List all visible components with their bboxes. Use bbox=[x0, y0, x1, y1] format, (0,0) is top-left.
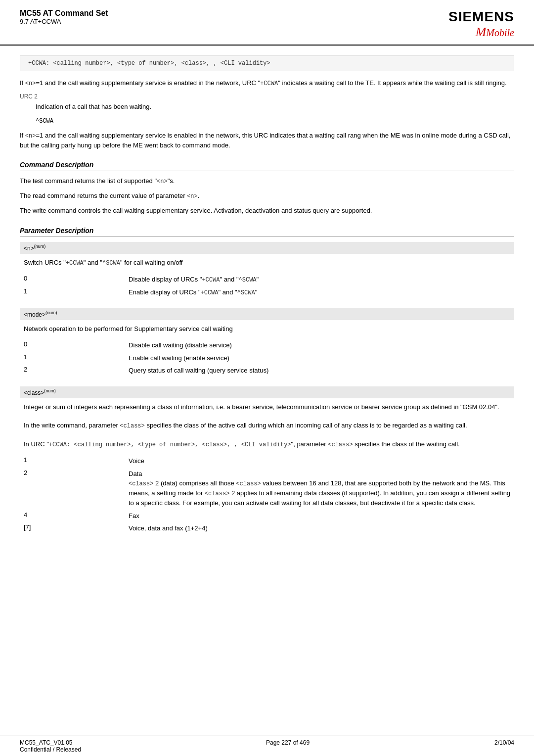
urc2-para: If <n>=1 and the call waiting supplement… bbox=[20, 131, 514, 150]
n-code-inline: <n> bbox=[25, 80, 36, 87]
n-param-section: <n>(num) Switch URCs "+CCWA" and "^SCWA"… bbox=[20, 242, 514, 297]
class-val-1-desc: Voice bbox=[129, 456, 514, 466]
header-title-block: MC55 AT Command Set 9.7 AT+CCWA bbox=[20, 9, 108, 25]
mode-val-0-desc: Disable call waiting (disable service) bbox=[129, 340, 514, 350]
n-val-0: 0 bbox=[20, 275, 129, 284]
page-header: MC55 AT Command Set 9.7 AT+CCWA SIEMENS … bbox=[0, 0, 534, 46]
logo-block: SIEMENS MMobile bbox=[448, 9, 514, 40]
urc1-code-block: +CCWA: <calling number>, <type of number… bbox=[20, 55, 514, 71]
page-footer: MC55_ATC_V01.05 Confidential / Released … bbox=[0, 736, 534, 756]
mode-param-section: <mode>(num) Network operation to be perf… bbox=[20, 308, 514, 376]
siemens-logo: SIEMENS bbox=[448, 9, 514, 25]
mode-val-1: 1 bbox=[20, 353, 129, 363]
class-para3: In URC "+CCWA: <calling number>, <type o… bbox=[20, 437, 514, 451]
param-desc-heading: Parameter Description bbox=[20, 227, 514, 237]
urc2-desc: Indication of a call that has been waiti… bbox=[20, 102, 514, 112]
mode-val-2-desc: Query status of call waiting (query serv… bbox=[129, 366, 514, 376]
cmd-desc-para1: The test command returns the list of sup… bbox=[20, 176, 514, 186]
class-param-section: <class>(num) Integer or sum of integers … bbox=[20, 386, 514, 533]
mobile-logo: MMobile bbox=[448, 25, 514, 40]
footer-doc-id: MC55_ATC_V01.05 bbox=[20, 739, 81, 746]
n-val-0-desc: Disable display of URCs "+CCWA" and "^SC… bbox=[129, 275, 514, 284]
urc1-code-text: +CCWA: <calling number>, <type of number… bbox=[28, 60, 270, 67]
class-val-4-row: 4 Fax bbox=[20, 511, 514, 521]
n-val-0-row: 0 Disable display of URCs "+CCWA" and "^… bbox=[20, 275, 514, 284]
class-para2: In the write command, parameter <class> … bbox=[20, 419, 514, 432]
footer-page-number: Page 227 of 469 bbox=[266, 739, 310, 753]
class-param-header: <class>(num) bbox=[20, 386, 514, 398]
class-val-4: 4 bbox=[20, 511, 129, 521]
doc-title: MC55 AT Command Set bbox=[20, 9, 108, 18]
mode-val-2-row: 2 Query status of call waiting (query se… bbox=[20, 366, 514, 376]
cmd-desc-para2: The read command returns the current val… bbox=[20, 191, 514, 201]
footer-left: MC55_ATC_V01.05 Confidential / Released bbox=[20, 739, 81, 753]
footer-confidential: Confidential / Released bbox=[20, 746, 81, 753]
n-param-desc: Switch URCs "+CCWA" and "^SCWA" for call… bbox=[20, 256, 514, 270]
urc2-label: URC 2 bbox=[20, 93, 514, 100]
class-val-7-desc: Voice, data and fax (1+2+4) bbox=[129, 523, 514, 533]
mode-param-header: <mode>(num) bbox=[20, 308, 514, 320]
mode-val-2: 2 bbox=[20, 366, 129, 376]
class-val-4-desc: Fax bbox=[129, 511, 514, 521]
footer-of: of bbox=[293, 739, 298, 746]
class-val-1-row: 1 Voice bbox=[20, 456, 514, 466]
cmd-desc-para3: The write command controls the call wait… bbox=[20, 206, 514, 216]
mode-val-0-row: 0 Disable call waiting (disable service) bbox=[20, 340, 514, 350]
doc-subtitle: 9.7 AT+CCWA bbox=[20, 18, 108, 25]
n-val-1-desc: Enable display of URCs "+CCWA" and "^SCW… bbox=[129, 287, 514, 297]
main-content: +CCWA: <calling number>, <type of number… bbox=[0, 46, 534, 546]
mode-val-1-desc: Enable call waiting (enable service) bbox=[129, 353, 514, 363]
class-val-7-row: [7] Voice, data and fax (1+2+4) bbox=[20, 523, 514, 533]
n-val-1-row: 1 Enable display of URCs "+CCWA" and "^S… bbox=[20, 287, 514, 297]
class-val-2-row: 2 Data <class> 2 (data) comprises all th… bbox=[20, 469, 514, 508]
cmd-desc-heading: Command Description bbox=[20, 161, 514, 171]
class-para1: Integer or sum of integers each represen… bbox=[20, 400, 514, 414]
class-val-2: 2 bbox=[20, 469, 129, 508]
mode-val-0: 0 bbox=[20, 340, 129, 350]
class-val-7: [7] bbox=[20, 523, 129, 533]
n-val-1: 1 bbox=[20, 287, 129, 297]
footer-date: 2/10/04 bbox=[494, 739, 514, 753]
mode-val-1-row: 1 Enable call waiting (enable service) bbox=[20, 353, 514, 363]
urc2-code: ^SCWA bbox=[20, 117, 514, 126]
class-val-2-desc: Data <class> 2 (data) comprises all thos… bbox=[129, 469, 514, 508]
class-val-1: 1 bbox=[20, 456, 129, 466]
mode-param-desc: Network operation to be performed for Su… bbox=[20, 322, 514, 336]
urc1-para: If <n>=1 and the call waiting supplement… bbox=[20, 78, 514, 88]
n-param-header: <n>(num) bbox=[20, 242, 514, 254]
